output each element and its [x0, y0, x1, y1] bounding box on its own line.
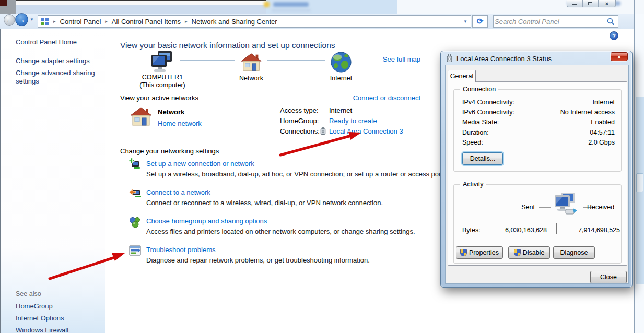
task-choose-homegroup-desc: Access files and printers located on oth…: [146, 228, 415, 235]
blurred-background-text: [272, 9, 311, 12]
new-connection-icon[interactable]: [128, 158, 142, 172]
see-also-label: See also: [16, 290, 41, 298]
page-title: View your basic network information and …: [120, 41, 335, 50]
minimize-icon: [572, 4, 577, 5]
homegroup-ready-link[interactable]: Ready to create: [329, 117, 377, 125]
dialog-title: Local Area Connection 3 Status: [456, 55, 552, 63]
dialog-close-action-button[interactable]: Close: [590, 271, 627, 283]
sent-label: Sent: [504, 204, 535, 211]
sidebar-item-windows-firewall[interactable]: Windows Firewall: [16, 326, 99, 333]
dialog-client-area: General Connection IPv4 Connectivity: In…: [445, 65, 629, 284]
globe-icon: [331, 52, 352, 73]
breadcrumb-item-control-panel[interactable]: Control Panel: [60, 18, 101, 26]
task-troubleshoot-problems-desc: Diagnose and repair network problems, or…: [146, 256, 370, 264]
map-internet-label: Internet: [320, 75, 362, 82]
close-icon: ×: [605, 1, 608, 7]
map-computer-sublabel: (This computer): [131, 81, 194, 89]
see-full-map-link[interactable]: See full map: [366, 55, 420, 63]
sidebar-item-change-adapter-settings[interactable]: Change adapter settings: [16, 57, 99, 65]
background-window-fragment: [0, 0, 7, 6]
connection-group-label: Connection: [460, 86, 498, 93]
network-adapter-icon: [446, 54, 453, 63]
recent-pages-chevron[interactable]: ▼: [30, 17, 34, 22]
connect-to-network-icon[interactable]: [128, 187, 142, 200]
house-icon: [240, 52, 262, 72]
activity-group-label: Activity: [460, 181, 486, 188]
ipv4-value: Internet: [593, 99, 615, 109]
media-state-label: Media State:: [462, 118, 499, 128]
breadcrumb-separator-icon: ▸: [53, 19, 56, 24]
sent-dash: [539, 207, 551, 208]
received-label: Received: [587, 204, 622, 211]
active-networks-header: View your active networks Connect or dis…: [120, 94, 420, 102]
activity-computer-icon: [553, 192, 578, 215]
task-choose-homegroup[interactable]: Choose homegroup and sharing options: [146, 217, 267, 225]
sidebar-item-internet-options[interactable]: Internet Options: [16, 314, 99, 323]
refresh-icon: ⟳: [477, 17, 484, 26]
properties-button[interactable]: Properties: [456, 246, 503, 259]
uac-shield-icon: [460, 249, 467, 256]
bytes-label: Bytes:: [462, 227, 481, 234]
troubleshoot-icon[interactable]: [128, 244, 142, 258]
connections-label: Connections:: [280, 127, 320, 135]
active-network-name: Network: [158, 108, 184, 116]
activity-group: Activity Sent Rece: [453, 184, 622, 264]
networking-settings-label: Change your networking settings: [120, 147, 219, 155]
task-setup-new-connection[interactable]: Set up a new connection or network: [146, 160, 254, 168]
disable-button[interactable]: Disable: [508, 246, 550, 259]
network-sharing-center-icon: [41, 18, 49, 26]
speed-label: Speed:: [462, 139, 483, 149]
bytes-sent-value: 6,030,163,628: [485, 227, 547, 234]
background-window-fragment: [16, 0, 267, 5]
breadcrumb-item-all-items[interactable]: All Control Panel Items: [112, 18, 181, 26]
speed-value: 2.0 Gbps: [588, 139, 615, 149]
computer-icon: [150, 51, 175, 73]
task-connect-to-network-desc: Connect or reconnect to a wireless, wire…: [146, 199, 383, 207]
close-button[interactable]: ×: [598, 0, 616, 7]
diagnose-button[interactable]: Diagnose: [553, 246, 595, 259]
access-type-label: Access type:: [280, 106, 319, 114]
background-scrollbar-thumb: [636, 173, 643, 192]
home-network-link[interactable]: Home network: [158, 120, 202, 127]
tab-general[interactable]: General: [448, 70, 476, 82]
details-button[interactable]: Details...: [462, 152, 503, 165]
media-state-value: Enabled: [591, 118, 615, 128]
bytes-received-value: 7,914,698,525: [561, 227, 620, 234]
map-network-label: Network: [230, 75, 272, 82]
breadcrumb-item-network-sharing[interactable]: Network and Sharing Center: [192, 18, 277, 26]
networking-settings-header: Change your networking settings: [120, 147, 420, 155]
maximize-button[interactable]: [582, 0, 598, 7]
ipv4-label: IPv4 Connectivity:: [462, 99, 514, 109]
task-troubleshoot-problems[interactable]: Troubleshoot problems: [146, 246, 215, 254]
homegroup-options-icon[interactable]: [128, 216, 142, 229]
restore-icon: [588, 2, 592, 5]
sidebar-item-change-advanced-sharing[interactable]: Change advanced sharing settings: [16, 69, 95, 86]
duration-value: 04:57:11: [590, 129, 615, 139]
sidebar: Control Panel Home Change adapter settin…: [1, 30, 105, 333]
task-connect-to-network[interactable]: Connect to a network: [146, 188, 210, 196]
sidebar-item-control-panel-home[interactable]: Control Panel Home: [16, 38, 99, 46]
breadcrumb-separator-icon: ▸: [185, 19, 188, 24]
search-input[interactable]: [495, 16, 604, 27]
help-button[interactable]: ?: [610, 31, 618, 40]
breadcrumb: ▸ Control Panel ▸ All Control Panel Item…: [38, 15, 471, 28]
address-dropdown-chevron-icon[interactable]: ▼: [463, 19, 467, 24]
uac-shield-icon: [514, 249, 521, 256]
local-area-connection-3-link[interactable]: Local Area Connection 3: [329, 127, 403, 135]
access-type-value: Internet: [329, 106, 352, 114]
dialog-close-button[interactable]: ×: [611, 52, 628, 61]
ipv6-label: IPv6 Connectivity:: [462, 109, 514, 118]
sidebar-item-homegroup[interactable]: HomeGroup: [16, 302, 99, 311]
search-icon: [607, 18, 615, 26]
map-computer-label: COMPUTER1: [131, 74, 194, 81]
map-connector-line: [180, 60, 235, 62]
forward-button[interactable]: →: [15, 13, 28, 26]
section-rule: [224, 151, 415, 151]
back-button[interactable]: ←: [4, 14, 15, 26]
connect-or-disconnect-link[interactable]: Connect or disconnect: [353, 94, 420, 102]
section-rule: [204, 98, 348, 98]
minimize-button[interactable]: [567, 0, 582, 7]
active-network-divider: [276, 105, 276, 132]
close-icon: ×: [617, 54, 620, 60]
refresh-button[interactable]: ⟳: [472, 15, 488, 28]
